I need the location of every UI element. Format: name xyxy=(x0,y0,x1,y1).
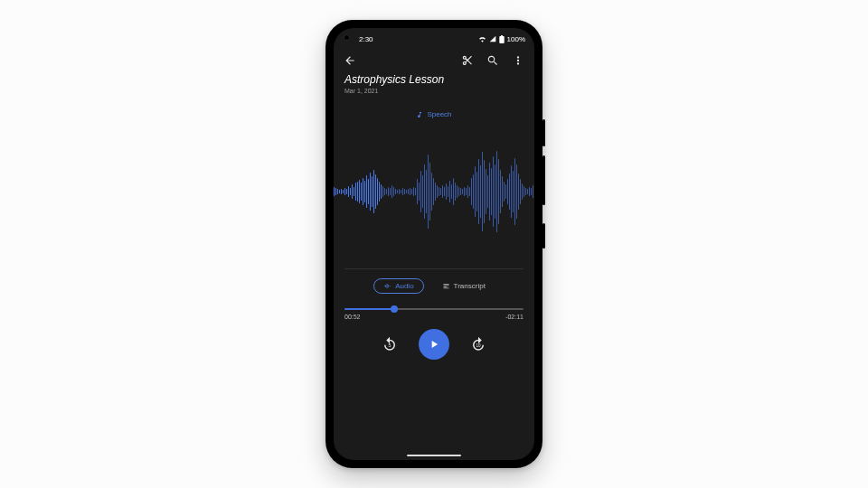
play-button[interactable] xyxy=(419,329,449,360)
wifi-icon xyxy=(478,35,486,42)
replay-icon: 5 xyxy=(382,336,398,352)
content-label-text: Speech xyxy=(427,110,451,118)
phone-side-button xyxy=(542,119,545,146)
seek-thumb[interactable] xyxy=(391,305,398,313)
recording-date: Mar 1, 2021 xyxy=(344,88,524,94)
seek-bar[interactable]: 00:52 -02:11 xyxy=(344,308,524,320)
svg-text:10: 10 xyxy=(476,343,481,348)
playback-controls: 5 10 xyxy=(334,329,534,360)
phone-side-button xyxy=(542,155,545,205)
recording-title[interactable]: Astrophysics Lesson xyxy=(344,73,524,86)
more-button[interactable] xyxy=(507,50,529,71)
phone-side-button xyxy=(542,223,545,249)
svg-text:5: 5 xyxy=(389,343,392,348)
more-vert-icon xyxy=(512,54,524,67)
edit-crop-button[interactable] xyxy=(457,50,478,71)
phone-frame: 2:30 100% xyxy=(326,20,542,468)
content-label-chip: Speech xyxy=(334,110,534,118)
tab-audio[interactable]: Audio xyxy=(373,278,423,294)
waveform-icon xyxy=(383,282,392,290)
signal-icon xyxy=(489,35,496,42)
time-elapsed: 00:52 xyxy=(344,314,361,320)
view-tabs: Audio Transcript xyxy=(334,278,534,294)
battery-icon xyxy=(499,35,505,43)
transcript-icon xyxy=(442,282,450,290)
replay-5-button[interactable]: 5 xyxy=(381,335,399,353)
time-remaining: -02:11 xyxy=(505,314,524,320)
tab-transcript[interactable]: Transcript xyxy=(433,279,495,293)
status-time: 2:30 xyxy=(359,35,373,43)
forward-10-button[interactable]: 10 xyxy=(469,335,487,353)
status-bar: 2:30 100% xyxy=(334,28,534,48)
play-icon xyxy=(428,338,440,351)
forward-icon: 10 xyxy=(470,336,486,352)
waveform-area[interactable] xyxy=(334,118,534,259)
title-block: Astrophysics Lesson Mar 1, 2021 xyxy=(334,73,534,98)
scissors-icon xyxy=(461,54,474,67)
back-button[interactable] xyxy=(339,50,361,71)
tab-transcript-label: Transcript xyxy=(454,282,486,290)
divider xyxy=(344,268,524,269)
app-bar xyxy=(334,48,534,73)
music-note-icon xyxy=(416,111,423,118)
front-camera xyxy=(344,34,350,41)
tab-audio-label: Audio xyxy=(395,282,413,290)
gesture-nav-pill[interactable] xyxy=(407,455,461,456)
search-icon xyxy=(486,54,499,67)
battery-pct: 100% xyxy=(507,35,525,43)
search-button[interactable] xyxy=(482,50,504,71)
arrow-back-icon xyxy=(344,54,356,67)
